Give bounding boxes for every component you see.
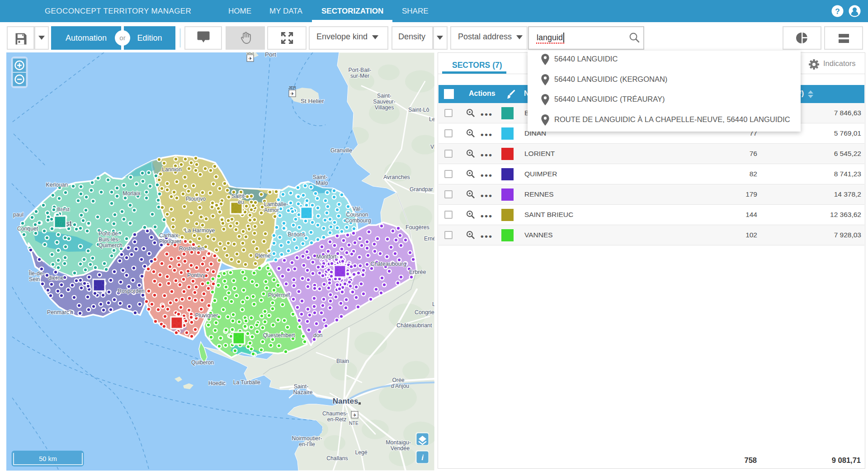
svg-text:eu: eu bbox=[238, 199, 244, 205]
svg-text:Orée: Orée bbox=[392, 377, 404, 383]
svg-text:Avranches: Avranches bbox=[383, 174, 410, 180]
svg-text:Port-Bail-: Port-Bail- bbox=[349, 67, 372, 73]
svg-text:Châteaubriant: Châteaubriant bbox=[396, 322, 432, 329]
svg-text:Erné: Erné bbox=[424, 236, 434, 242]
svg-text:Pléme: Pléme bbox=[255, 253, 271, 259]
svg-text:Sauveur-: Sauveur- bbox=[373, 99, 395, 105]
svg-text:Val-: Val- bbox=[353, 206, 362, 212]
svg-text:Nantes: Nantes bbox=[333, 397, 359, 405]
svg-text:✈: ✈ bbox=[353, 413, 356, 418]
svg-text:Malo: Malo bbox=[316, 180, 328, 186]
svg-text:Pluvigner: Pluvigner bbox=[195, 312, 218, 319]
svg-text:Quimerch: Quimerch bbox=[99, 242, 123, 249]
svg-text:Carhaix-: Carhaix- bbox=[159, 232, 180, 239]
svg-text:Challans: Challans bbox=[326, 455, 348, 462]
svg-text:✈: ✈ bbox=[248, 56, 252, 61]
svg-text:Cousnon: Cousnon bbox=[346, 212, 368, 218]
svg-text:Sein: Sein bbox=[29, 276, 40, 283]
svg-text:en-Retz: en-Retz bbox=[327, 416, 347, 423]
svg-text:Lon: Lon bbox=[432, 301, 434, 307]
svg-text:dierne: dierne bbox=[48, 275, 64, 281]
svg-text:Kerlouan: Kerlouan bbox=[46, 182, 68, 188]
svg-text:Ploërmel: Ploërmel bbox=[268, 292, 290, 298]
svg-text:Brest: Brest bbox=[57, 207, 70, 212]
svg-text:Quiberon: Quiberon bbox=[191, 359, 214, 366]
svg-text:Lamballe-: Lamballe- bbox=[264, 201, 288, 207]
svg-text:Plourivo: Plourivo bbox=[186, 196, 206, 202]
svg-text:Les: Les bbox=[429, 116, 434, 122]
svg-text:GCI: GCI bbox=[246, 52, 254, 55]
svg-text:JER: JER bbox=[288, 85, 297, 90]
svg-text:Pont-de-: Pont-de- bbox=[99, 231, 120, 237]
svg-text:Buis-lès-: Buis-lès- bbox=[99, 236, 120, 243]
svg-text:d'Anjou: d'Anjou bbox=[391, 383, 409, 389]
svg-text:Île-de-: Île-de- bbox=[28, 270, 45, 277]
svg-text:Armor: Armor bbox=[264, 207, 279, 213]
svg-text:Morlaix: Morlaix bbox=[123, 190, 140, 197]
svg-text:Combourg: Combourg bbox=[345, 217, 371, 224]
svg-text:NTE: NTE bbox=[349, 420, 359, 426]
svg-text:don: don bbox=[313, 332, 322, 339]
svg-text:Hoedic: Hoedic bbox=[208, 380, 226, 386]
svg-text:Questembert: Questembert bbox=[263, 332, 295, 339]
svg-text:Grandpar: Grandpar bbox=[410, 186, 433, 193]
svg-text:Port: Port bbox=[265, 52, 276, 58]
svg-text:Rostrenen: Rostrenen bbox=[179, 245, 204, 252]
svg-text:✈: ✈ bbox=[290, 91, 294, 96]
svg-text:Pontivy: Pontivy bbox=[187, 272, 206, 278]
svg-text:paul: paul bbox=[13, 212, 24, 218]
svg-text:sur-Mer: sur-Mer bbox=[350, 73, 369, 79]
svg-text:Vir: Vir bbox=[430, 144, 434, 150]
svg-text:Nazaire: Nazaire bbox=[293, 389, 312, 396]
svg-text:?: ? bbox=[835, 7, 840, 16]
svg-text:Saint-: Saint- bbox=[313, 174, 328, 180]
svg-text:La Harmoye: La Harmoye bbox=[185, 227, 215, 234]
svg-text:Erbrée: Erbrée bbox=[409, 269, 426, 275]
svg-text:La Turballe: La Turballe bbox=[233, 379, 261, 386]
svg-text:Noirmoutier-: Noirmoutier- bbox=[292, 435, 322, 442]
svg-text:Conquet: Conquet bbox=[17, 226, 38, 232]
svg-text:Lannion: Lannion bbox=[162, 166, 181, 173]
svg-text:Vendée: Vendée bbox=[391, 445, 410, 452]
svg-text:Saint-Lô: Saint-Lô bbox=[408, 107, 429, 113]
svg-text:Fougères: Fougères bbox=[406, 224, 429, 231]
svg-text:en-l'Île: en-l'Île bbox=[299, 441, 315, 447]
svg-text:Saint-: Saint- bbox=[377, 93, 392, 99]
svg-text:Penmarc'h: Penmarc'h bbox=[47, 309, 73, 316]
svg-text:Broons: Broons bbox=[288, 231, 306, 238]
svg-text:Legé: Legé bbox=[355, 449, 367, 456]
svg-text:Congrier: Congrier bbox=[415, 309, 434, 316]
svg-text:Montaigu-: Montaigu- bbox=[386, 439, 411, 446]
svg-text:Saint-: Saint- bbox=[294, 383, 309, 390]
svg-text:Châteaubourg: Châteaubourg bbox=[370, 261, 406, 267]
svg-text:Blain: Blain bbox=[336, 358, 349, 364]
svg-text:Villages: Villages bbox=[375, 104, 394, 111]
svg-text:Plouguer: Plouguer bbox=[159, 238, 181, 245]
svg-text:Rosporden: Rosporden bbox=[118, 288, 145, 294]
svg-text:Granville: Granville bbox=[330, 147, 352, 154]
svg-text:Saint-: Saint- bbox=[231, 193, 246, 199]
svg-text:Montfort-: Montfort- bbox=[316, 254, 339, 260]
svg-text:Chaumes-: Chaumes- bbox=[322, 410, 348, 417]
svg-text:50 km: 50 km bbox=[39, 455, 57, 462]
svg-text:St Helier: St Helier bbox=[301, 98, 324, 104]
